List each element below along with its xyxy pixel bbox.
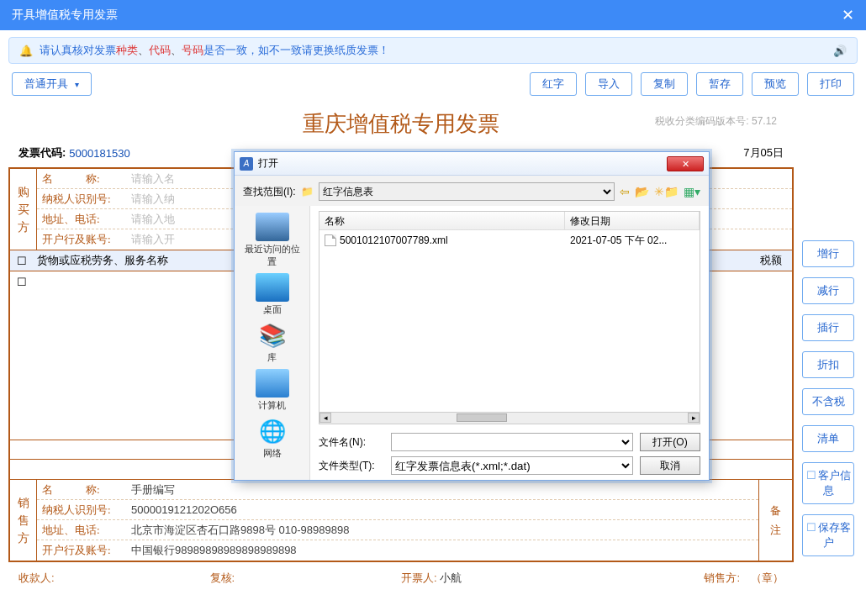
file-list: 名称 修改日期 5001012107007789.xml 2021-07-05 … [319,211,700,413]
seller-name-label: 名 称: [37,482,129,498]
insert-row-button[interactable]: 插行 [802,314,854,341]
buyer-vertical-label: 购买方 [10,169,37,250]
stamp-label: （章） [751,571,784,584]
notax-button[interactable]: 不含税 [802,388,854,415]
notice-text: 请认真核对发票种类、代码、号码是否一致，如不一致请更换纸质发票！ [40,43,389,58]
invoice-date: 7月05日 [743,145,784,161]
discount-button[interactable]: 折扣 [802,351,854,378]
filetype-select[interactable]: 红字发票信息表(*.xml;*.dat) [391,456,633,475]
back-icon[interactable]: ⇦ [620,185,630,198]
save-draft-button[interactable]: 暂存 [696,72,743,96]
col-date[interactable]: 修改日期 [565,212,700,229]
file-icon [325,234,336,246]
file-name: 5001012107007789.xml [340,234,448,246]
buyer-name-label: 名 称: [37,171,129,187]
place-computer[interactable]: 计算机 [242,369,303,412]
window-title: 开具增值税专用发票 [12,8,118,23]
new-folder-icon[interactable]: ✳📁 [654,185,679,198]
save-customer-button[interactable]: 保存客户 [802,514,854,556]
version-note: 税收分类编码版本号: 57.12 [655,114,777,129]
place-recent[interactable]: 最近访问的位置 [242,213,303,268]
buyer-bank-label: 开户行及账号: [37,232,129,247]
window-close-icon[interactable]: ✕ [842,6,854,24]
import-button[interactable]: 导入 [585,72,632,96]
tax-col: 税额 [750,253,792,268]
del-row-button[interactable]: 减行 [802,277,854,304]
list-button[interactable]: 清单 [802,425,854,452]
mode-label: 普通开具 [24,76,68,92]
notice-bar: 🔔 请认真核对发票种类、代码、号码是否一致，如不一致请更换纸质发票！ 🔊 [8,37,858,64]
preview-button[interactable]: 预览 [752,72,799,96]
seller-name[interactable]: 手册编写 [129,482,758,498]
filename-label: 文件名(N): [319,435,384,450]
seller-taxno-label: 纳税人识别号: [37,503,129,518]
dialog-titlebar: A 打开 ✕ [235,152,709,176]
seller-sign-label: 销售方: [704,571,740,584]
horizontal-scrollbar[interactable]: ◂ ▸ [319,413,700,424]
look-in-select[interactable]: 红字信息表 [319,182,615,201]
scroll-right-icon[interactable]: ▸ [688,413,700,423]
filetype-label: 文件类型(T): [319,459,384,473]
signature-row: 收款人: 复核: 开票人: 小航 销售方: （章） [8,566,794,591]
code-label: 发票代码: [18,145,66,161]
look-in-row: 查找范围(I): 📁 红字信息表 ⇦ 📂 ✳📁 ▦▾ [243,182,700,201]
seller-taxno[interactable]: 5000019121202O656 [129,503,758,516]
view-menu-icon[interactable]: ▦▾ [684,185,700,198]
select-all-checkbox[interactable]: ☐ [10,255,34,267]
drawer-label: 开票人: [401,571,437,584]
seller-bank[interactable]: 中国银行98989898989898989898 [129,543,758,558]
file-open-dialog: A 打开 ✕ 查找范围(I): 📁 红字信息表 ⇦ 📂 ✳📁 ▦▾ 最近访问的位… [234,151,710,481]
reviewer-label: 复核: [210,571,235,584]
seller-addr[interactable]: 北京市海淀区杏石口路9898号 010-98989898 [129,523,758,538]
up-folder-icon[interactable]: 📂 [635,185,649,198]
app-icon: A [240,157,253,171]
dialog-title: 打开 [258,156,278,171]
speaker-icon[interactable]: 🔊 [833,45,847,57]
buyer-taxno-label: 纳税人识别号: [37,192,129,207]
folder-icon: 📁 [301,186,314,197]
places-bar: 最近访问的位置 桌面 📚库 计算机 🌐网络 [235,206,310,480]
scroll-thumb[interactable] [457,413,507,422]
filename-input[interactable] [391,433,633,451]
side-button-panel: 增行 减行 插行 折扣 不含税 清单 客户信息 保存客户 [802,240,854,556]
customer-info-button[interactable]: 客户信息 [802,462,854,504]
seller-section: 销售方 名 称:手册编写 纳税人识别号:5000019121202O656 地址… [10,480,792,561]
buyer-addr-label: 地址、电话: [37,212,129,227]
open-button[interactable]: 打开(O) [640,433,700,451]
add-row-button[interactable]: 增行 [802,240,854,267]
seller-addr-label: 地址、电话: [37,523,129,538]
bell-icon: 🔔 [19,45,33,57]
seller-vertical-label: 销售方 [10,480,37,561]
seller-bank-label: 开户行及账号: [37,543,129,558]
scroll-left-icon[interactable]: ◂ [319,413,331,423]
copy-button[interactable]: 复制 [641,72,688,96]
file-date: 2021-07-05 下午 02... [565,234,700,248]
mode-dropdown[interactable]: 普通开具 ▾ [12,72,92,96]
window-titlebar: 开具增值税专用发票 ✕ [0,0,866,30]
red-button[interactable]: 红字 [530,72,577,96]
col-name[interactable]: 名称 [319,212,565,229]
code-value[interactable]: 5000181530 [69,147,129,160]
drawer-value: 小航 [440,571,462,584]
toolbar: 普通开具 ▾ 红字 导入 复制 暂存 预览 打印 [0,69,866,103]
file-list-header: 名称 修改日期 [319,212,700,230]
place-network[interactable]: 🌐网络 [242,417,303,460]
place-desktop[interactable]: 桌面 [242,273,303,316]
look-in-label: 查找范围(I): [243,185,296,199]
remark-vertical-label: 备注 [758,480,792,561]
cancel-button[interactable]: 取消 [640,456,700,475]
row-checkbox[interactable]: ☐ [10,276,34,288]
print-button[interactable]: 打印 [807,72,854,96]
chevron-down-icon: ▾ [75,80,79,89]
place-libraries[interactable]: 📚库 [242,321,303,364]
dialog-close-button[interactable]: ✕ [667,156,704,171]
payee-label: 收款人: [18,571,55,584]
file-row[interactable]: 5001012107007789.xml 2021-07-05 下午 02... [319,232,700,249]
